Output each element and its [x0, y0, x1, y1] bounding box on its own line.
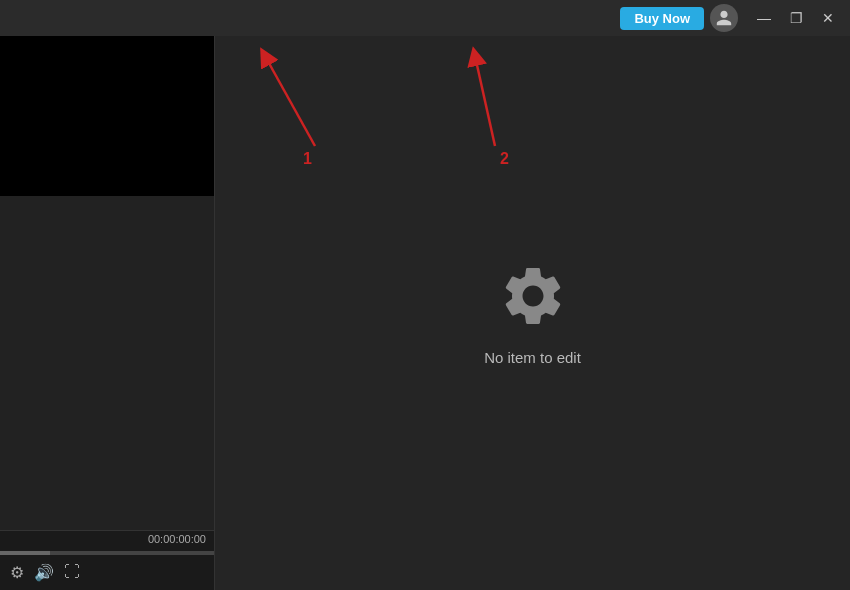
no-item-label: No item to edit: [484, 349, 581, 366]
user-icon-button[interactable]: [710, 4, 738, 32]
title-bar: Buy Now — ❐ ✕: [0, 0, 850, 36]
svg-line-1: [475, 56, 495, 146]
svg-text:2: 2: [500, 150, 509, 167]
left-bottom-bar: 00:00:00:00 ⚙ 🔊 ⛶: [0, 530, 214, 590]
volume-icon[interactable]: 🔊: [34, 563, 54, 582]
right-panel: No item to edit 1: [215, 36, 850, 590]
window-controls: — ❐ ✕: [750, 4, 842, 32]
buy-now-button[interactable]: Buy Now: [620, 7, 704, 30]
gear-empty-icon: [498, 261, 568, 335]
svg-text:1: 1: [303, 150, 312, 167]
fullscreen-icon[interactable]: ⛶: [64, 563, 80, 582]
svg-line-0: [265, 56, 315, 146]
empty-state: No item to edit: [484, 261, 581, 366]
main-layout: 00:00:00:00 ⚙ 🔊 ⛶ No item to edit: [0, 36, 850, 590]
video-preview: [0, 36, 214, 196]
user-icon: [715, 9, 733, 27]
bottom-controls: ⚙ 🔊 ⛶: [0, 563, 214, 582]
progress-bar-fill: [0, 551, 50, 555]
maximize-button[interactable]: ❐: [782, 4, 810, 32]
close-button[interactable]: ✕: [814, 4, 842, 32]
left-middle-area: [0, 196, 214, 530]
minimize-button[interactable]: —: [750, 4, 778, 32]
settings-icon[interactable]: ⚙: [10, 563, 24, 582]
time-display: 00:00:00:00: [0, 533, 214, 545]
progress-bar-track[interactable]: [0, 551, 214, 555]
left-panel: 00:00:00:00 ⚙ 🔊 ⛶: [0, 36, 215, 590]
